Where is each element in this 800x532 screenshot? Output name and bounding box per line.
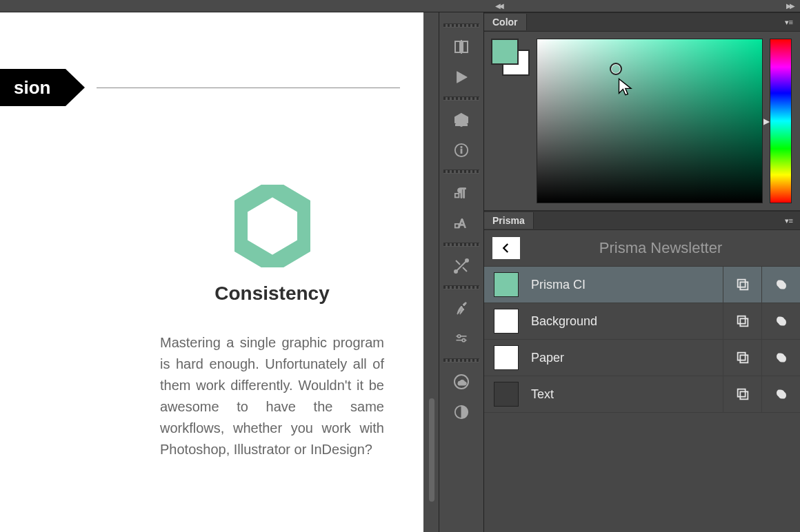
swatch-name: Text bbox=[531, 387, 723, 402]
copy-icon[interactable] bbox=[723, 303, 761, 339]
svg-point-17 bbox=[458, 335, 461, 338]
svg-rect-12 bbox=[455, 224, 459, 228]
color-panel-body: ▶ bbox=[484, 32, 800, 211]
svg-point-18 bbox=[462, 339, 465, 342]
contrast-icon[interactable] bbox=[446, 398, 477, 426]
character-panel-icon[interactable] bbox=[446, 209, 477, 237]
swatch-icon bbox=[494, 309, 519, 334]
creative-cloud-icon[interactable] bbox=[446, 368, 477, 396]
prisma-panel-body: Prisma Newsletter Prisma CIBackgroundPap… bbox=[484, 230, 800, 532]
tool-separator bbox=[443, 358, 479, 362]
info-icon[interactable] bbox=[446, 136, 477, 164]
feature-body-1: ns within Let's create o our mental the … bbox=[0, 345, 90, 494]
collapse-right-icon[interactable]: ▶▶ bbox=[782, 2, 797, 10]
svg-rect-7 bbox=[455, 124, 468, 126]
svg-rect-22 bbox=[737, 280, 745, 287]
prisma-panel-tab[interactable]: Prisma bbox=[484, 212, 534, 229]
link-icon[interactable] bbox=[761, 376, 800, 412]
panel-column: Color ▾≡ bbox=[484, 12, 800, 532]
play-icon[interactable] bbox=[446, 63, 477, 91]
align-panel-icon[interactable] bbox=[446, 33, 477, 61]
swatch-icon bbox=[494, 345, 519, 370]
hue-slider-thumb[interactable]: ▶ bbox=[763, 116, 770, 126]
feature-title-1: xt bbox=[0, 295, 90, 317]
prisma-row[interactable]: Prisma CI bbox=[484, 267, 800, 303]
tool-separator bbox=[443, 285, 479, 289]
prisma-swatch-list: Prisma CIBackgroundPaperText bbox=[484, 267, 800, 532]
tool-separator bbox=[443, 23, 479, 28]
svg-rect-23 bbox=[740, 318, 748, 326]
paragraph-panel-icon[interactable] bbox=[446, 179, 477, 207]
feature-body-2: Mastering a single graphic program is ha… bbox=[160, 332, 384, 460]
prisma-breadcrumb: Prisma Newsletter bbox=[484, 230, 800, 267]
svg-rect-21 bbox=[740, 282, 748, 289]
copy-icon[interactable] bbox=[723, 267, 761, 303]
feature-title-2: Consistency bbox=[160, 283, 384, 305]
document-area[interactable]: sion xt ns within Let's create o our men… bbox=[0, 12, 439, 532]
swatch-icon bbox=[494, 382, 519, 407]
svg-point-13 bbox=[454, 270, 457, 273]
brushes-icon[interactable] bbox=[446, 295, 477, 323]
color-panel-tab[interactable]: Color bbox=[484, 14, 527, 30]
feature-col-consistency: Consistency Mastering a single graphic p… bbox=[160, 185, 384, 474]
swatch-name: Background bbox=[531, 314, 723, 329]
panel-top-bar: ◀◀ ▶▶ bbox=[0, 0, 800, 12]
svg-rect-2 bbox=[463, 41, 468, 52]
banner-rule bbox=[97, 88, 400, 88]
svg-point-14 bbox=[466, 259, 468, 262]
copy-icon[interactable] bbox=[723, 376, 761, 412]
tool-separator bbox=[443, 243, 479, 247]
app-root: ◀◀ ▶▶ sion xt ns within Let's create o o… bbox=[0, 0, 800, 532]
package-icon[interactable] bbox=[446, 106, 477, 134]
svg-rect-28 bbox=[737, 389, 745, 397]
svg-rect-26 bbox=[737, 353, 745, 360]
prisma-collection-title: Prisma Newsletter bbox=[532, 239, 789, 257]
svg-rect-11 bbox=[455, 194, 459, 198]
main-row: sion xt ns within Let's create o our men… bbox=[0, 12, 800, 532]
svg-rect-10 bbox=[461, 147, 462, 148]
adjustments-icon[interactable] bbox=[446, 325, 477, 353]
hexagon-icon bbox=[234, 185, 310, 270]
document-canvas[interactable]: sion xt ns within Let's create o our men… bbox=[0, 12, 423, 532]
copy-icon[interactable] bbox=[723, 340, 761, 376]
link-icon[interactable] bbox=[761, 340, 800, 376]
fg-color-swatch[interactable] bbox=[491, 39, 519, 65]
banner-tag: sion bbox=[0, 69, 66, 106]
back-button[interactable] bbox=[492, 237, 520, 259]
banner-tag-text: sion bbox=[14, 77, 50, 98]
svg-marker-0 bbox=[239, 187, 306, 264]
svg-rect-24 bbox=[737, 316, 745, 324]
tool-separator bbox=[443, 170, 479, 174]
link-icon[interactable] bbox=[761, 267, 800, 303]
link-icon[interactable] bbox=[761, 303, 800, 339]
swatch-icon bbox=[494, 272, 519, 297]
sv-picker-ring[interactable] bbox=[610, 63, 622, 75]
svg-rect-1 bbox=[455, 41, 460, 52]
color-panel-header: Color ▾≡ bbox=[484, 12, 800, 32]
svg-marker-4 bbox=[457, 72, 468, 83]
feature-col-context: xt ns within Let's create o our mental t… bbox=[0, 185, 90, 508]
prisma-row[interactable]: Paper bbox=[484, 340, 800, 376]
panel-menu-icon[interactable]: ▾≡ bbox=[778, 18, 800, 27]
cursor-icon bbox=[617, 77, 636, 99]
tools-icon[interactable] bbox=[446, 252, 477, 280]
svg-rect-27 bbox=[740, 391, 748, 399]
prisma-panel-header: Prisma ▾≡ bbox=[484, 211, 800, 230]
prisma-row[interactable]: Background bbox=[484, 303, 800, 340]
swatch-name: Prisma CI bbox=[531, 278, 723, 292]
svg-rect-25 bbox=[740, 355, 748, 362]
prisma-row[interactable]: Text bbox=[484, 376, 800, 413]
collapse-left-icon[interactable]: ◀◀ bbox=[491, 2, 506, 10]
sv-color-field[interactable] bbox=[537, 39, 763, 203]
swatch-name: Paper bbox=[531, 351, 723, 365]
panel-menu-icon[interactable]: ▾≡ bbox=[778, 216, 800, 225]
scroll-thumb[interactable] bbox=[429, 398, 434, 502]
tool-strip bbox=[439, 12, 484, 532]
tool-separator bbox=[443, 96, 479, 101]
fg-bg-swatch[interactable] bbox=[491, 39, 530, 77]
hue-slider[interactable]: ▶ bbox=[770, 39, 792, 203]
svg-rect-9 bbox=[461, 149, 462, 153]
